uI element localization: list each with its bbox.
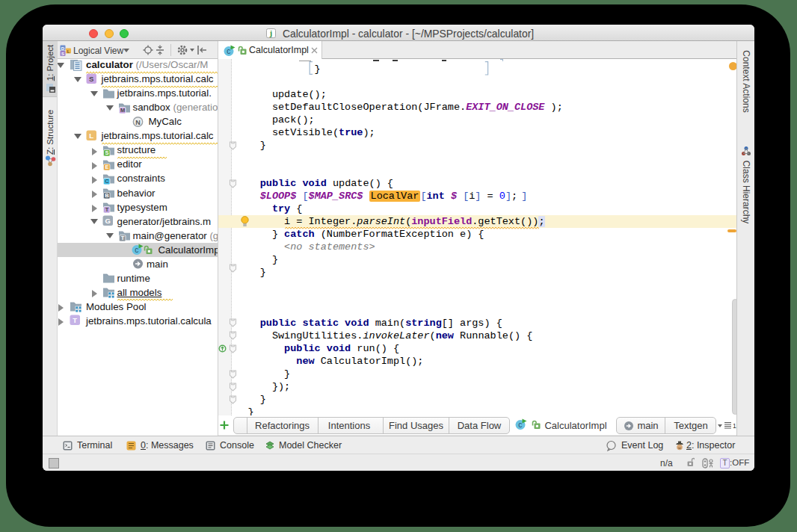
- svg-text:c: c: [227, 47, 230, 55]
- svg-text:c: c: [518, 421, 522, 429]
- svg-text:c: c: [135, 246, 138, 254]
- svg-text:L: L: [67, 49, 70, 54]
- svg-text:N: N: [135, 118, 141, 126]
- svg-text:E: E: [105, 164, 108, 170]
- svg-text:S: S: [105, 149, 108, 156]
- svg-text:T: T: [121, 235, 125, 241]
- svg-text:j: j: [269, 29, 272, 37]
- svg-text:S: S: [89, 75, 93, 83]
- svg-text:M: M: [120, 107, 125, 114]
- svg-text:T: T: [105, 206, 109, 213]
- svg-text:L: L: [89, 132, 93, 140]
- svg-text:D: D: [61, 46, 65, 51]
- svg-text:G: G: [105, 217, 111, 225]
- svg-text:C: C: [105, 178, 109, 185]
- svg-text:T: T: [73, 316, 77, 324]
- svg-text:S: S: [61, 52, 64, 56]
- svg-text:B: B: [105, 192, 109, 199]
